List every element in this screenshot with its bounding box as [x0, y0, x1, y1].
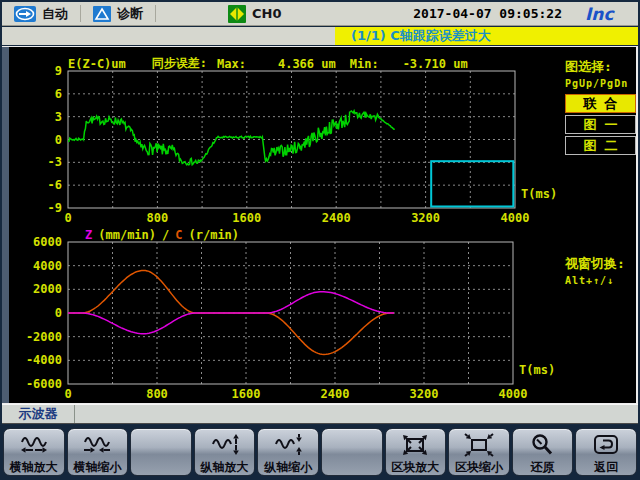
chart-select-options: 联 合图 一图 二	[565, 94, 636, 155]
message-bar: (1/1) C轴跟踪误差过大	[2, 27, 638, 45]
auto-mode-icon	[14, 6, 36, 22]
oscilloscope-panel: E(Z-C)um同步误差:Max:4.366 umMin:-3.710 um Z…	[2, 46, 638, 404]
y-tick-label: 6	[55, 87, 62, 101]
softkey-label: 纵轴放大	[201, 460, 249, 475]
wave-h-shrink-icon	[82, 433, 112, 457]
softkey-label: 纵轴缩小	[264, 460, 312, 475]
y-tick-label: 2000	[33, 282, 62, 296]
channel-icon	[228, 5, 246, 23]
logo-text: Inc	[585, 5, 615, 23]
softkey-label: 区块缩小	[455, 460, 503, 475]
y-tick-label: -6000	[26, 377, 62, 391]
y-tick-label: 6000	[33, 235, 62, 249]
x-axis-label: T(ms)	[519, 363, 555, 377]
softkey-back[interactable]: 返回	[575, 428, 637, 476]
softkey-empty-1[interactable]	[130, 428, 192, 476]
softkey-x-axis-zoom-in[interactable]: 横轴放大	[3, 428, 65, 476]
softkey-label: 区块放大	[391, 460, 439, 475]
softkey-block-zoom-in[interactable]: 区块放大	[385, 428, 447, 476]
x-tick-label: 800	[147, 211, 169, 225]
y-tick-label: -3	[48, 155, 62, 169]
diagnosis-button[interactable]: 诊断	[81, 2, 155, 25]
window-switch-title: 视窗切换:	[565, 255, 636, 273]
x-tick-label: 0	[64, 211, 71, 225]
wave-v-shrink-icon	[273, 433, 303, 457]
mode-button[interactable]: 自动	[2, 2, 80, 25]
alarm-text: (1/1) C轴跟踪误差过大	[335, 27, 491, 45]
top-status-bar: 自动 诊断 CH0 2017-04-07 09:05:22 Inc	[2, 2, 638, 26]
return-arrow-icon	[591, 433, 621, 457]
softkey-block-zoom-out[interactable]: 区块缩小	[448, 428, 510, 476]
softkey-x-axis-zoom-out[interactable]: 横轴缩小	[67, 428, 129, 476]
x-tick-label: 2400	[322, 211, 351, 225]
softkey-label: 横轴放大	[10, 460, 58, 475]
y-tick-label: 0	[55, 133, 62, 147]
topbar-divider	[155, 5, 156, 22]
cnc-oscilloscope-screen: 自动 诊断 CH0 2017-04-07 09:05:22 Inc	[0, 0, 640, 480]
y-tick-label: 0	[55, 306, 62, 320]
x-tick-label: 4000	[499, 387, 528, 401]
window-switch-keys: Alt+↑/↓	[565, 275, 636, 286]
y-tick-label: 9	[55, 64, 62, 78]
softkey-y-axis-zoom-out[interactable]: 纵轴缩小	[257, 428, 319, 476]
velocity-chart: 6000400020000-2000-4000-6000080016002400…	[26, 235, 555, 401]
softkey-toolbar: 横轴放大横轴缩小纵轴放大纵轴缩小区块放大区块缩小还原返回	[0, 425, 640, 480]
wave-h-expand-icon	[19, 433, 49, 457]
sidebar-option-chart-one[interactable]: 图 一	[565, 115, 636, 134]
softkey-restore[interactable]: 还原	[512, 428, 574, 476]
channel-indicator: CH0	[216, 2, 293, 25]
hnc-logo: Inc	[584, 5, 626, 23]
x-tick-label: 4000	[501, 211, 530, 225]
y-tick-label: -9	[48, 201, 62, 215]
sidebar-option-chart-two[interactable]: 图 二	[565, 136, 636, 155]
diagnosis-label: 诊断	[117, 5, 143, 23]
trace-E(Z-C)	[68, 111, 395, 165]
oscilloscope-charts[interactable]: 9630-3-6-908001600240032004000T(ms)60004…	[2, 47, 629, 401]
alarm-banner: (1/1) C轴跟踪误差过大	[335, 27, 638, 45]
mode-label: 自动	[42, 5, 68, 23]
x-tick-label: 3200	[411, 211, 440, 225]
x-tick-label: 1600	[232, 387, 261, 401]
x-axis-label: T(ms)	[521, 187, 557, 201]
softkey-empty-2[interactable]	[321, 428, 383, 476]
magnifier-icon	[528, 433, 558, 457]
x-tick-label: 0	[64, 387, 71, 401]
right-sidebar: 图选择: PgUp/PgDn 联 合图 一图 二 视窗切换: Alt+↑/↓	[565, 58, 636, 291]
y-tick-label: 3	[55, 110, 62, 124]
x-tick-label: 1600	[232, 211, 261, 225]
zoom-selection-box[interactable]	[431, 161, 513, 206]
x-tick-label: 800	[146, 387, 168, 401]
channel-label: CH0	[252, 6, 281, 21]
softkey-label: 还原	[531, 460, 555, 475]
block-expand-icon	[400, 433, 430, 457]
y-tick-label: -2000	[26, 330, 62, 344]
y-tick-label: -4000	[26, 353, 62, 367]
bottom-tab-bar: 示波器	[2, 404, 638, 424]
datetime-display: 2017-04-07 09:05:22	[413, 6, 562, 21]
softkey-label: 横轴缩小	[73, 460, 121, 475]
trace-Z	[68, 292, 394, 334]
y-tick-label: 4000	[33, 259, 62, 273]
tab-oscilloscope[interactable]: 示波器	[2, 405, 75, 423]
chart-select-title: 图选择:	[565, 58, 636, 76]
grid-lines	[68, 242, 513, 384]
softkey-label: 返回	[594, 460, 618, 475]
x-tick-label: 2400	[321, 387, 350, 401]
diagnosis-icon	[93, 6, 111, 22]
wave-v-expand-icon	[210, 433, 240, 457]
sync-error-chart: 9630-3-6-908001600240032004000T(ms)	[48, 64, 558, 225]
x-tick-label: 3200	[410, 387, 439, 401]
block-shrink-icon	[464, 433, 494, 457]
softkey-y-axis-zoom-in[interactable]: 纵轴放大	[194, 428, 256, 476]
y-tick-label: -6	[48, 178, 62, 192]
chart-select-keys: PgUp/PgDn	[565, 78, 636, 89]
sidebar-option-combined[interactable]: 联 合	[565, 94, 636, 113]
